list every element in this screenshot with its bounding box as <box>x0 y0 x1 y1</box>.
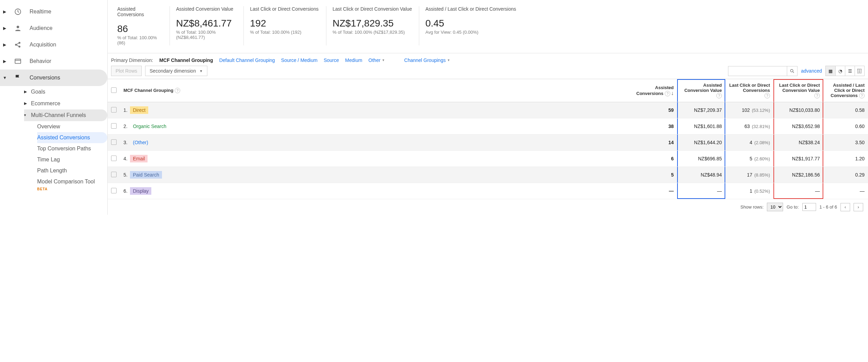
th-assisted-conversions[interactable]: Assisted Conversions?↓ <box>627 79 677 102</box>
sc-sub: % of Total: 100.00% (NZ$8,461.77) <box>176 30 237 40</box>
secondary-dimension-label: Secondary dimension <box>150 68 196 74</box>
help-icon[interactable]: ? <box>814 93 820 98</box>
mcf-overview[interactable]: Overview <box>37 121 107 132</box>
mcf-path-length[interactable]: Path Length <box>37 165 107 176</box>
search-button[interactable] <box>787 66 797 76</box>
table-toolbar: Plot Rows Secondary dimension ▼ advanced… <box>108 63 868 79</box>
channel-groupings-label: Channel Groupings <box>404 57 446 63</box>
th-label: Last Click or Direct Conversions <box>729 83 770 93</box>
caret-right-icon: ▶ <box>3 59 6 64</box>
channel-chip[interactable]: Paid Search <box>130 171 162 179</box>
mcf-label: Model Comparison Tool <box>37 179 95 184</box>
th-label: Assisted Conversion Value <box>684 83 722 93</box>
table-icon: ▦ <box>828 68 833 74</box>
nav-audience[interactable]: ▶ Audience <box>0 20 107 36</box>
caret-right-icon: ▶ <box>3 26 6 31</box>
view-bars-button[interactable]: ☰ <box>845 66 855 76</box>
sc-sub: % of Total: 100.00% (86) <box>117 35 163 45</box>
subnav-mcf[interactable]: ▾ Multi-Channel Funnels <box>24 109 107 121</box>
plot-rows-button[interactable]: Plot Rows <box>111 66 142 76</box>
mcf-label: Assisted Conversions <box>37 135 90 140</box>
help-icon[interactable]: ? <box>175 88 180 93</box>
goto-label: Go to: <box>786 204 799 210</box>
view-table-button[interactable]: ▦ <box>826 66 835 76</box>
sc-sub: % of Total: 100.00% (NZ$17,829.35) <box>333 30 413 35</box>
row-checkbox[interactable] <box>111 139 117 145</box>
help-icon[interactable]: ? <box>859 93 865 98</box>
goto-input[interactable] <box>802 203 816 211</box>
channel-chip[interactable]: Email <box>130 155 148 162</box>
mcf-model-comparison[interactable]: Model Comparison Tool <box>37 176 107 187</box>
dim-other-dropdown[interactable]: Other▼ <box>368 57 385 63</box>
dim-source-medium[interactable]: Source / Medium <box>281 57 317 63</box>
row-index: 2. <box>123 124 128 129</box>
pivot-icon: ⿲ <box>857 68 862 74</box>
channel-chip[interactable]: Direct <box>130 106 148 114</box>
nav-label: Realtime <box>30 9 51 15</box>
nav-label: Conversions <box>30 75 60 81</box>
dim-medium[interactable]: Medium <box>345 57 362 63</box>
channel-chip[interactable]: (Other) <box>130 139 151 146</box>
select-all-checkbox[interactable] <box>111 87 117 93</box>
cell-assisted-conversions: — <box>627 183 677 199</box>
channel-chip[interactable]: Organic Search <box>130 123 169 130</box>
help-icon[interactable]: ? <box>764 93 770 98</box>
sc-value: 192 <box>250 12 320 30</box>
view-pivot-button[interactable]: ⿲ <box>855 66 864 76</box>
mcf-time-lag[interactable]: Time Lag <box>37 154 107 165</box>
nav-label: Acquisition <box>30 42 56 48</box>
sc-sub: % of Total: 100.00% (192) <box>250 30 320 35</box>
subnav-ecommerce[interactable]: ▶ Ecommerce <box>24 98 107 109</box>
th-last-click-value[interactable]: Last Click or Direct Conversion Value? <box>773 79 823 102</box>
row-checkbox[interactable] <box>111 172 117 177</box>
sc-title: Assisted Conversions <box>117 6 163 17</box>
advanced-link[interactable]: advanced <box>801 68 822 74</box>
row-checkbox[interactable] <box>111 188 117 193</box>
primary-dim-selected[interactable]: MCF Channel Grouping <box>159 57 213 63</box>
browser-icon <box>14 57 22 65</box>
channel-chip[interactable]: Display <box>130 187 151 195</box>
row-checkbox[interactable] <box>111 123 117 129</box>
table-row: 6. Display——1(0.52%)—— <box>108 183 868 199</box>
dim-default-channel[interactable]: Default Channel Grouping <box>219 57 275 63</box>
cell-ratio: 1.20 <box>823 151 868 167</box>
sc-title: Assisted / Last Click or Direct Conversi… <box>425 6 858 12</box>
secondary-dimension-button[interactable]: Secondary dimension ▼ <box>145 66 207 76</box>
nav-behavior[interactable]: ▶ Behavior <box>0 53 107 70</box>
row-checkbox[interactable] <box>111 107 117 113</box>
channel-groupings-dropdown[interactable]: Channel Groupings▼ <box>404 57 450 63</box>
th-assisted-value[interactable]: Assisted Conversion Value? <box>677 79 725 102</box>
help-icon[interactable]: ? <box>665 91 670 96</box>
prev-page-button[interactable]: ‹ <box>840 203 850 211</box>
th-channel[interactable]: MCF Channel Grouping? <box>120 79 627 102</box>
help-icon[interactable]: ? <box>716 93 722 98</box>
nav-realtime[interactable]: ▶ Realtime <box>0 3 107 20</box>
scorecard-last-click-value: Last Click or Direct Conversion Value NZ… <box>326 6 419 45</box>
scorecard-last-click: Last Click or Direct Conversions 192 % o… <box>243 6 326 45</box>
row-checkbox[interactable] <box>111 156 117 161</box>
subnav-goals[interactable]: ▶ Goals <box>24 86 107 98</box>
mcf-top-paths[interactable]: Top Conversion Paths <box>37 143 107 154</box>
mcf-assisted-conversions[interactable]: Assisted Conversions <box>37 132 107 143</box>
show-rows-label: Show rows: <box>740 204 763 210</box>
nav-acquisition[interactable]: ▶ Acquisition <box>0 36 107 53</box>
dim-other-label: Other <box>368 57 380 63</box>
nav-conversions[interactable]: ▼ Conversions <box>0 70 107 86</box>
row-index: 1. <box>123 107 128 113</box>
next-page-button[interactable]: › <box>854 203 863 211</box>
view-mode-group: ▦ ◔ ☰ ⿲ <box>825 66 865 76</box>
search-input[interactable] <box>728 66 787 76</box>
bars-icon: ☰ <box>848 68 852 74</box>
nav-label: Behavior <box>30 58 51 64</box>
view-pie-button[interactable]: ◔ <box>835 66 845 76</box>
dim-source[interactable]: Source <box>324 57 339 63</box>
caret-right-icon: ▶ <box>24 89 27 94</box>
svg-point-1 <box>17 26 19 28</box>
cell-assisted-value: NZ$1,644.20 <box>677 135 725 151</box>
rows-select[interactable]: 10 <box>767 203 783 211</box>
table-row: 3. (Other)14NZ$1,644.204(2.08%)NZ$38.243… <box>108 135 868 151</box>
th-ratio[interactable]: Assisted / Last Click or Direct Conversi… <box>823 79 868 102</box>
subnav-label: Multi-Channel Funnels <box>31 112 86 118</box>
th-last-click[interactable]: Last Click or Direct Conversions? <box>725 79 773 102</box>
cell-last-click: 63(32.81%) <box>725 118 773 135</box>
